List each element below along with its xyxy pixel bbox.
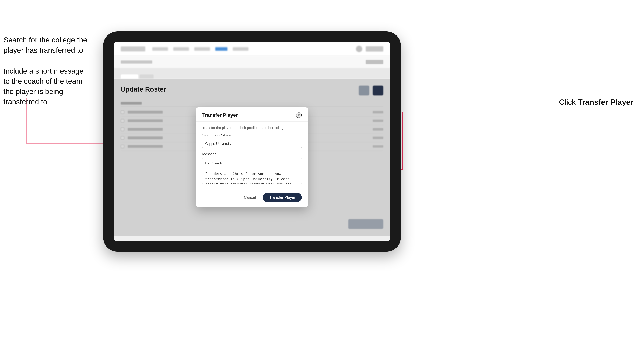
message-label: Message — [202, 152, 302, 156]
message-textarea[interactable]: Hi Coach, I understand Chris Robertson h… — [202, 158, 302, 184]
annotation-message-text3: the player is being — [4, 87, 63, 96]
sub-breadcrumb — [121, 60, 152, 64]
college-label: Search for College — [202, 133, 302, 137]
cancel-button[interactable]: Cancel — [240, 193, 259, 201]
annotation-click-emphasis: Transfer Player — [578, 98, 634, 106]
tab-inactive — [140, 74, 154, 79]
nav-btn — [366, 46, 383, 51]
modal-body: Transfer the player and their profile to… — [196, 122, 308, 189]
app-navbar — [114, 42, 390, 56]
nav-links — [152, 47, 349, 51]
nav-link-active — [215, 47, 228, 51]
content-area: Update Roster — [114, 79, 390, 236]
modal-dialog: Transfer Player × Transfer the player an… — [196, 107, 308, 207]
college-search-input[interactable] — [202, 139, 302, 148]
annotation-right-panel: Click Transfer Player — [559, 98, 634, 107]
ipad-screen: Update Roster — [114, 42, 390, 241]
annotation-search-text: Search for the college the — [4, 36, 87, 44]
annotation-click-prefix: Click — [559, 98, 578, 106]
annotation-message-text4: transferred to — [4, 98, 47, 106]
modal-subtitle: Transfer the player and their profile to… — [202, 126, 302, 130]
modal-overlay: Transfer Player × Transfer the player an… — [114, 79, 390, 236]
ipad-frame: Update Roster — [103, 31, 401, 252]
annotation-search-text2: player has transferred to — [4, 46, 83, 54]
modal-footer: Cancel Transfer Player — [196, 189, 308, 207]
transfer-player-button[interactable]: Transfer Player — [263, 193, 302, 202]
nav-logo — [121, 46, 145, 51]
sub-header — [114, 56, 390, 68]
nav-link-5 — [233, 47, 248, 51]
nav-link-2 — [173, 47, 189, 51]
nav-avatar — [356, 46, 362, 52]
nav-link-1 — [152, 47, 168, 51]
modal-header: Transfer Player × — [196, 107, 308, 122]
nav-right — [356, 46, 383, 52]
tab-bar — [114, 68, 390, 79]
nav-link-3 — [194, 47, 210, 51]
modal-title: Transfer Player — [202, 112, 238, 118]
annotation-message-text: Include a short message — [4, 67, 84, 75]
annotation-message-text2: to the coach of the team — [4, 77, 82, 85]
annotation-left-panel: Search for the college the player has tr… — [4, 35, 94, 118]
modal-close-button[interactable]: × — [296, 112, 302, 118]
sub-header-action — [366, 60, 383, 64]
tab-active — [121, 74, 138, 79]
